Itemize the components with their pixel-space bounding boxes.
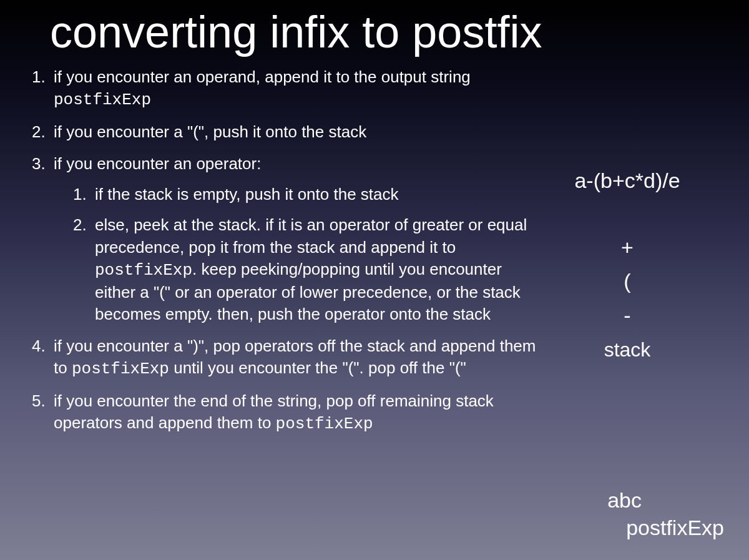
step-3-sublist: if the stack is empty, push it onto the …	[54, 184, 537, 325]
stack-item-bot: -	[537, 298, 718, 332]
step-5-text-a: if you encounter the end of the string, …	[54, 391, 494, 432]
stack-label: stack	[537, 338, 718, 361]
step-4: if you encounter a ")", pop operators of…	[50, 335, 537, 380]
slide: converting infix to postfix if you encou…	[0, 0, 749, 560]
step-3-1-text: if the stack is empty, push it onto the …	[95, 185, 399, 204]
step-1-code: postfixExp	[54, 91, 151, 109]
postfix-label: postfixExp	[626, 514, 724, 541]
step-3-text: if you encounter an operator:	[54, 154, 261, 173]
stack-item-top: +	[537, 230, 718, 264]
step-2-text: if you encounter a "(", push it onto the…	[54, 122, 366, 141]
step-3-2-text-a: else, peek at the stack. if it is an ope…	[95, 215, 527, 256]
step-3-2: else, peek at the stack. if it is an ope…	[91, 214, 537, 325]
step-1-text: if you encounter an operand, append it t…	[54, 67, 471, 86]
infix-expression: a-(b+c*d)/e	[537, 169, 718, 193]
step-2: if you encounter a "(", push it onto the…	[50, 121, 537, 143]
step-1: if you encounter an operand, append it t…	[50, 66, 537, 111]
step-5: if you encounter the end of the string, …	[50, 390, 537, 435]
slide-title: converting infix to postfix	[50, 6, 724, 57]
step-3: if you encounter an operator: if the sta…	[50, 153, 537, 325]
step-4-text-c: until you encounter the "(". pop off the…	[169, 358, 466, 377]
stack-contents: + ( -	[537, 230, 718, 332]
example-panel: a-(b+c*d)/e + ( - stack	[537, 169, 718, 361]
step-3-2-code: postfixExp	[95, 261, 192, 280]
step-4-code: postfixExp	[72, 360, 169, 378]
step-3-1: if the stack is empty, push it onto the …	[91, 184, 537, 205]
algorithm-list: if you encounter an operand, append it t…	[25, 66, 537, 435]
step-5-code: postfixExp	[276, 415, 373, 433]
postfix-panel: abc postfixExp	[601, 486, 724, 541]
stack-item-mid: (	[537, 264, 718, 298]
postfix-value: abc	[607, 486, 724, 514]
